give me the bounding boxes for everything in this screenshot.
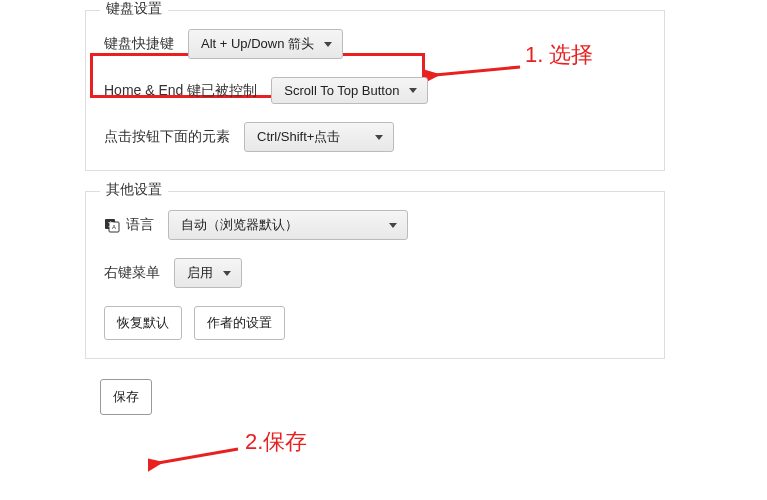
language-dropdown-value: 自动（浏览器默认） bbox=[181, 216, 298, 234]
click-below-dropdown[interactable]: Ctrl/Shift+点击 bbox=[244, 122, 394, 152]
svg-line-7 bbox=[158, 449, 238, 463]
keyboard-settings-fieldset: 键盘设置 键盘快捷键 Alt + Up/Down 箭头 Home & End 键… bbox=[85, 10, 665, 171]
home-end-dropdown[interactable]: Scroll To Top Button bbox=[271, 77, 428, 104]
keyboard-settings-legend: 键盘设置 bbox=[100, 0, 168, 18]
context-menu-dropdown-value: 启用 bbox=[187, 264, 213, 282]
language-row: 文 A 语言 自动（浏览器默认） bbox=[104, 210, 646, 240]
restore-defaults-button[interactable]: 恢复默认 bbox=[104, 306, 182, 340]
save-button[interactable]: 保存 bbox=[100, 379, 152, 415]
chevron-down-icon bbox=[409, 88, 417, 93]
context-menu-dropdown[interactable]: 启用 bbox=[174, 258, 242, 288]
author-settings-button[interactable]: 作者的设置 bbox=[194, 306, 285, 340]
chevron-down-icon bbox=[324, 42, 332, 47]
chevron-down-icon bbox=[389, 223, 397, 228]
click-below-row: 点击按钮下面的元素 Ctrl/Shift+点击 bbox=[104, 122, 646, 152]
action-button-row: 恢复默认 作者的设置 bbox=[104, 306, 646, 340]
svg-text:A: A bbox=[112, 224, 116, 230]
arrow-step2 bbox=[148, 443, 248, 473]
other-settings-fieldset: 其他设置 文 A 语言 自动（浏览器默认） 右键菜单 启用 恢复默认 作者的设置 bbox=[85, 191, 665, 359]
context-menu-row: 右键菜单 启用 bbox=[104, 258, 646, 288]
home-end-row: Home & End 键已被控制 Scroll To Top Button bbox=[104, 77, 646, 104]
home-end-dropdown-value: Scroll To Top Button bbox=[284, 83, 399, 98]
save-row: 保存 bbox=[100, 379, 767, 415]
home-end-label: Home & End 键已被控制 bbox=[104, 82, 257, 100]
shortcut-label: 键盘快捷键 bbox=[104, 35, 174, 53]
other-settings-legend: 其他设置 bbox=[100, 181, 168, 199]
annotation-step2: 2.保存 bbox=[245, 427, 307, 457]
shortcut-dropdown-value: Alt + Up/Down 箭头 bbox=[201, 35, 314, 53]
language-dropdown[interactable]: 自动（浏览器默认） bbox=[168, 210, 408, 240]
shortcut-dropdown[interactable]: Alt + Up/Down 箭头 bbox=[188, 29, 343, 59]
language-label: 语言 bbox=[126, 216, 154, 234]
context-menu-label: 右键菜单 bbox=[104, 264, 160, 282]
language-icon: 文 A bbox=[104, 217, 120, 233]
click-below-label: 点击按钮下面的元素 bbox=[104, 128, 230, 146]
chevron-down-icon bbox=[375, 135, 383, 140]
shortcut-row: 键盘快捷键 Alt + Up/Down 箭头 bbox=[104, 29, 646, 59]
click-below-dropdown-value: Ctrl/Shift+点击 bbox=[257, 128, 340, 146]
chevron-down-icon bbox=[223, 271, 231, 276]
